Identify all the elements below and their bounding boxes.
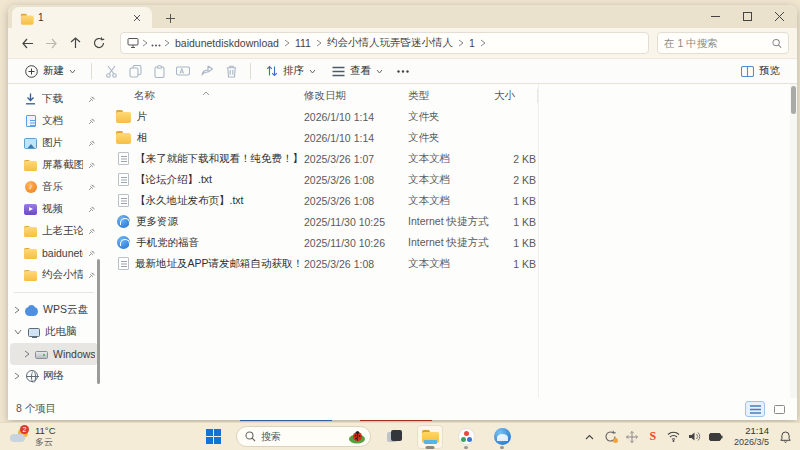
tab-1[interactable]: 1: [12, 7, 152, 28]
file-list-scrollbar[interactable]: [790, 84, 797, 398]
file-type: 文本文档: [404, 194, 490, 208]
sidebar-item-downloads[interactable]: 下载: [10, 88, 98, 110]
file-row[interactable]: 【永久地址发布页】.txt 2025/3/26 1:08 文本文档 1 KB: [100, 190, 797, 211]
drive-icon: [35, 348, 48, 361]
file-date: 2026/1/10 1:14: [300, 111, 404, 123]
scrollbar-thumb[interactable]: [791, 86, 796, 114]
video-icon: [24, 203, 37, 216]
file-row[interactable]: 更多资源 2025/11/30 10:25 Internet 快捷方式 1 KB: [100, 211, 797, 232]
sync-tray-icon[interactable]: [602, 426, 620, 448]
taskbar-search-box[interactable]: 搜索: [236, 426, 371, 447]
view-button[interactable]: 查看: [325, 61, 390, 81]
sidebar-item-wps-cloud[interactable]: WPS云盘: [10, 299, 98, 321]
minimize-button[interactable]: [699, 5, 731, 27]
column-header-type[interactable]: 类型: [404, 89, 490, 103]
back-button[interactable]: [16, 32, 38, 54]
breadcrumb-item[interactable]: 1: [467, 37, 477, 49]
column-header-name[interactable]: 名称: [100, 89, 300, 103]
folder-icon: [24, 159, 37, 172]
new-button[interactable]: 新建: [18, 61, 83, 81]
breadcrumb-item[interactable]: baidunetdiskdownload: [173, 37, 281, 49]
file-row[interactable]: 手机党的福音 2025/11/30 10:26 Internet 快捷方式 1 …: [100, 232, 797, 253]
hidden-icons-chevron[interactable]: [581, 426, 599, 448]
sogou-input-tray-icon[interactable]: S: [644, 426, 662, 448]
thumbnail-view-button[interactable]: [769, 401, 789, 417]
large-icons-view-icon: [774, 405, 785, 414]
windows-logo-icon: [206, 429, 221, 444]
navigation-sidebar: 下载 文档 图片 屏幕截图: [8, 84, 100, 398]
search-input[interactable]: [664, 37, 772, 49]
rename-button[interactable]: [172, 61, 194, 81]
sidebar-item-windows-ssd[interactable]: Windows-SSD: [10, 343, 98, 365]
sort-button[interactable]: 排序: [259, 61, 323, 81]
wifi-icon[interactable]: [665, 426, 683, 448]
file-date: 2025/3/26 1:07: [300, 153, 404, 165]
sidebar-item-label: 视频: [42, 202, 83, 216]
column-header-size[interactable]: 大小: [490, 89, 538, 103]
clock-date: 2026/3/5: [734, 437, 769, 448]
sidebar-item-folder[interactable]: 约会小情人玩: [10, 264, 98, 286]
sidebar-item-folder[interactable]: 上老王论坛当: [10, 220, 98, 242]
preview-button[interactable]: 预览: [734, 61, 787, 81]
file-name: 【永久地址发布页】.txt: [135, 194, 244, 208]
details-view-button[interactable]: [745, 401, 765, 417]
delete-button[interactable]: [220, 61, 242, 81]
volume-icon[interactable]: [686, 426, 704, 448]
taskbar-clock[interactable]: 21:14 2026/3/5: [734, 425, 769, 447]
column-header-date[interactable]: 修改日期: [300, 89, 404, 103]
close-button[interactable]: [763, 5, 795, 27]
up-button[interactable]: [64, 32, 86, 54]
column-separator: [538, 84, 539, 398]
sidebar-item-folder[interactable]: baidunetdisk: [10, 242, 98, 264]
notification-bell-icon[interactable]: [776, 426, 794, 448]
sidebar-item-documents[interactable]: 文档: [10, 110, 98, 132]
folder-icon: [24, 225, 37, 238]
file-name: 更多资源: [136, 215, 178, 229]
breadcrumb-item[interactable]: 约会小情人玩弄昏迷小情人: [325, 36, 455, 50]
taskbar-weather-widget[interactable]: 2 11°C 多云: [0, 426, 200, 447]
start-button[interactable]: [200, 425, 226, 449]
sidebar-item-network[interactable]: 网络: [10, 365, 98, 387]
file-row[interactable]: 【论坛介绍】.txt 2025/3/26 1:08 文本文档 2 KB: [100, 169, 797, 190]
breadcrumb-ellipsis[interactable]: [151, 37, 161, 49]
paste-button[interactable]: [148, 61, 170, 81]
sidebar-item-screenshots[interactable]: 屏幕截图: [10, 154, 98, 176]
cut-button[interactable]: [100, 61, 122, 81]
forward-button[interactable]: [40, 32, 62, 54]
chevron-right-icon: [14, 372, 20, 380]
file-size: 1 KB: [490, 258, 538, 270]
tab-close-icon[interactable]: [130, 11, 144, 25]
sidebar-item-music[interactable]: ♪ 音乐: [10, 176, 98, 198]
file-row[interactable]: 最新地址及APP请发邮箱自动获取！！！.txt 2025/3/26 1:08 文…: [100, 253, 797, 274]
more-options-button[interactable]: [392, 61, 414, 81]
sidebar-item-this-pc[interactable]: 此电脑: [10, 321, 98, 343]
task-view-button[interactable]: [381, 425, 407, 449]
clock-time: 21:14: [734, 425, 769, 436]
folder-icon: [21, 13, 31, 22]
file-explorer-window: 1 ba: [8, 5, 797, 420]
taskbar-app-button[interactable]: [453, 425, 479, 449]
file-row[interactable]: 片 2026/1/10 1:14 文件夹: [100, 106, 797, 127]
taskbar-file-explorer-button[interactable]: [417, 425, 443, 449]
maximize-button[interactable]: [731, 5, 763, 27]
internet-shortcut-icon: [117, 236, 130, 249]
breadcrumb-item[interactable]: 111: [293, 37, 313, 49]
breadcrumb[interactable]: baidunetdiskdownload 111 约会小情人玩弄昏迷小情人 1: [120, 32, 649, 54]
cut-icon: [105, 65, 118, 78]
copy-button[interactable]: [124, 61, 146, 81]
taskbar-browser-button[interactable]: [489, 425, 515, 449]
search-box[interactable]: [657, 32, 789, 54]
new-tab-button[interactable]: [160, 8, 180, 28]
refresh-button[interactable]: [88, 32, 110, 54]
file-row[interactable]: 相 2026/1/10 1:14 文件夹: [100, 127, 797, 148]
share-button[interactable]: [196, 61, 218, 81]
file-row[interactable]: 【来了就能下载和观看！纯免费！】.txt 2025/3/26 1:07 文本文档…: [100, 148, 797, 169]
sidebar-item-videos[interactable]: 视频: [10, 198, 98, 220]
battery-icon[interactable]: [707, 426, 725, 448]
sogou-label: S: [650, 429, 657, 444]
input-method-tray-icon[interactable]: [623, 426, 641, 448]
view-icon: [332, 66, 345, 77]
pin-icon: [88, 203, 95, 215]
file-list: 名称 修改日期 类型 大小 片 2026/1/10 1:14 文件夹 相 202…: [100, 84, 797, 398]
sidebar-item-pictures[interactable]: 图片: [10, 132, 98, 154]
